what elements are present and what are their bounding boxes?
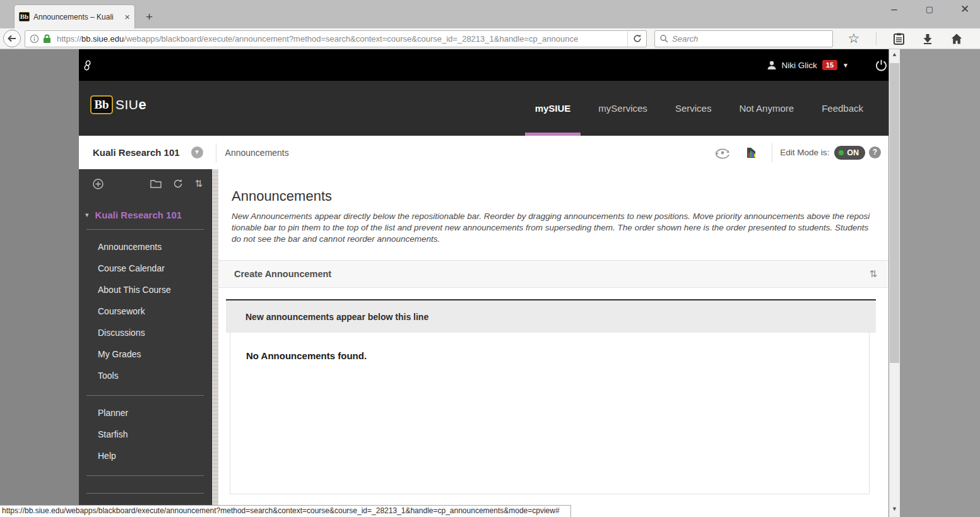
- blackboard-favicon-icon: Bb: [19, 12, 30, 21]
- no-announcements-message: No Announcements found.: [246, 350, 367, 361]
- course-menu-sidebar: ⇅ ▾ Kuali Research 101 Announcements Cou…: [79, 169, 211, 517]
- browser-toolbar: https://bb.siue.edu/webapps/blackboard/e…: [0, 28, 980, 49]
- minimize-button[interactable]: –: [884, 1, 904, 18]
- course-menu-chevron-icon[interactable]: ▾: [191, 146, 203, 158]
- maximize-button[interactable]: ▢: [919, 1, 940, 18]
- back-arrow-icon: [8, 35, 16, 42]
- toolbar-divider: [876, 32, 877, 45]
- edit-mode-toggle[interactable]: ON: [834, 146, 865, 160]
- sidebar-item-discussions[interactable]: Discussions: [79, 322, 211, 343]
- breadcrumb-course-title: Kuali Research 101: [93, 147, 180, 158]
- sidebar-item-my-grades[interactable]: My Grades: [79, 343, 211, 365]
- reading-list-icon[interactable]: [892, 32, 906, 45]
- breadcrumb-divider: [216, 143, 216, 162]
- quick-links-icon[interactable]: [83, 60, 92, 71]
- chevron-down-icon: ▼: [842, 62, 849, 69]
- search-icon: [660, 35, 668, 43]
- home-icon[interactable]: [950, 32, 964, 45]
- global-user-bar: Niki Glick 15 ▼: [79, 49, 888, 81]
- reload-button[interactable]: [627, 31, 646, 47]
- edit-mode-divider: [772, 143, 772, 162]
- download-icon[interactable]: [921, 32, 935, 45]
- create-announcement-label: Create Announcement: [234, 269, 331, 279]
- page-title: Announcements: [232, 188, 870, 205]
- sidebar-course-title[interactable]: Kuali Research 101: [95, 210, 182, 220]
- brand-header: Bb SIUe mySIUE myServices Services Not A…: [79, 81, 888, 136]
- nav-tab-services[interactable]: Services: [661, 81, 726, 136]
- edit-mode-label: Edit Mode is:: [780, 148, 829, 157]
- bookmark-star-icon[interactable]: ☆: [847, 32, 861, 45]
- search-input[interactable]: Search: [654, 30, 833, 47]
- sidebar-item-coursework[interactable]: Coursework: [79, 300, 211, 322]
- close-button[interactable]: ✕: [955, 1, 975, 18]
- url-bar[interactable]: https://bb.siue.edu/webapps/blackboard/e…: [25, 30, 647, 47]
- nav-tab-not-anymore[interactable]: Not Anymore: [725, 81, 808, 136]
- status-bar-link: https://bb.siue.edu/webapps/blackboard/e…: [0, 505, 571, 517]
- student-preview-icon[interactable]: [714, 146, 731, 159]
- notifications-badge[interactable]: 15: [822, 60, 837, 70]
- vertical-scrollbar[interactable]: ▲ ▼: [889, 49, 900, 517]
- window-background: [900, 49, 980, 517]
- search-placeholder: Search: [672, 34, 698, 44]
- blackboard-logo-icon: Bb: [90, 95, 113, 114]
- theme-picker-icon[interactable]: [746, 147, 757, 158]
- sidebar-resize-handle[interactable]: [211, 169, 218, 517]
- site-name: SIUe: [115, 97, 146, 113]
- logout-power-icon[interactable]: [875, 59, 887, 71]
- nav-tab-feedback[interactable]: Feedback: [808, 81, 877, 136]
- new-tab-button[interactable]: +: [146, 10, 153, 24]
- browser-window: Bb Announcements – Kuali R... × + – ▢ ✕: [0, 0, 980, 517]
- repositionable-bar[interactable]: New announcements appear below this line: [226, 299, 876, 333]
- edit-mode-state: ON: [847, 148, 859, 157]
- scroll-down-arrow-icon[interactable]: ▼: [889, 504, 900, 514]
- announcements-list: No Announcements found.: [230, 333, 870, 494]
- sidebar-item-help[interactable]: Help: [79, 445, 211, 466]
- edit-mode-on-dot: [839, 150, 844, 155]
- page-viewport: Niki Glick 15 ▼ Bb SIUe my: [0, 49, 889, 517]
- help-button[interactable]: ?: [869, 146, 881, 158]
- reload-icon: [633, 34, 642, 43]
- user-icon: [767, 60, 777, 70]
- info-icon[interactable]: [30, 34, 39, 44]
- repositionable-bar-label: New announcements appear below this line: [245, 312, 428, 322]
- sidebar-item-course-calendar[interactable]: Course Calendar: [79, 258, 211, 279]
- user-name: Niki Glick: [782, 61, 817, 70]
- tab-close-icon[interactable]: ×: [124, 11, 130, 22]
- url-domain: bb.siue.edu: [81, 34, 124, 44]
- main-content: Announcements New Announcements appear d…: [218, 169, 888, 517]
- reorder-announcements-icon[interactable]: ⇅: [869, 268, 877, 280]
- sidebar-item-planner[interactable]: Planner: [79, 402, 211, 424]
- tab-title: Announcements – Kuali R...: [33, 13, 114, 21]
- nav-tab-myservices[interactable]: myServices: [584, 81, 661, 136]
- add-menu-item-icon[interactable]: [93, 179, 103, 189]
- scrollbar-thumb[interactable]: [890, 63, 899, 363]
- sidebar-item-starfish[interactable]: Starfish: [79, 424, 211, 445]
- create-announcement-button[interactable]: Create Announcement ⇅: [218, 260, 888, 288]
- sidebar-item-about-this-course[interactable]: About This Course: [79, 279, 211, 300]
- course-collapse-caret-icon[interactable]: ▾: [85, 211, 89, 219]
- siue-logo[interactable]: Bb SIUe: [90, 95, 146, 114]
- sidebar-item-tools[interactable]: Tools: [79, 365, 211, 386]
- top-navigation: mySIUE myServices Services Not Anymore F…: [521, 81, 877, 136]
- page-description: New Announcements appear directly below …: [232, 211, 872, 245]
- nav-tab-mysiue[interactable]: mySIUE: [521, 81, 585, 136]
- sidebar-divider: [86, 493, 204, 494]
- course-breadcrumb-bar: Kuali Research 101 ▾ Announcements: [79, 136, 888, 169]
- browser-tab[interactable]: Bb Announcements – Kuali R... ×: [14, 4, 135, 28]
- url-text: https://bb.siue.edu/webapps/blackboard/e…: [57, 34, 627, 44]
- lock-icon: [43, 34, 51, 44]
- user-menu[interactable]: Niki Glick 15 ▼: [767, 60, 849, 70]
- folder-view-icon[interactable]: [150, 179, 162, 188]
- titlebar: Bb Announcements – Kuali R... × + – ▢ ✕: [0, 0, 980, 28]
- back-button[interactable]: [3, 30, 21, 47]
- sidebar-divider: [86, 475, 204, 476]
- refresh-icon[interactable]: [173, 179, 183, 189]
- sidebar-item-announcements[interactable]: Announcements: [79, 236, 211, 258]
- keyboard-reorder-icon[interactable]: ⇅: [194, 178, 203, 189]
- scroll-up-arrow-icon[interactable]: ▲: [889, 49, 900, 60]
- breadcrumb-page: Announcements: [225, 148, 289, 158]
